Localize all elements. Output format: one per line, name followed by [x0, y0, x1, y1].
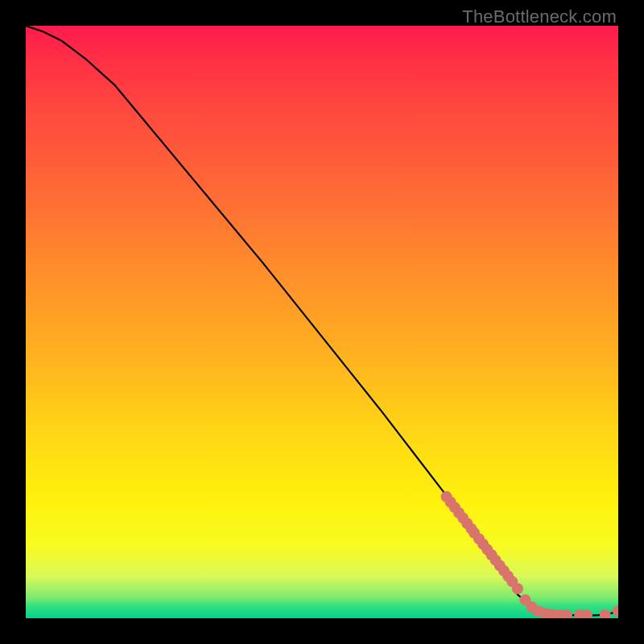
marker-dot — [512, 583, 523, 594]
chart-overlay — [26, 26, 618, 618]
watermark-text: TheBottleneck.com — [462, 6, 617, 27]
marker-dots — [441, 491, 618, 618]
marker-dot — [613, 605, 618, 617]
chart-frame: TheBottleneck.com — [0, 0, 644, 644]
marker-dot — [600, 609, 611, 618]
bottleneck-curve — [26, 26, 618, 615]
